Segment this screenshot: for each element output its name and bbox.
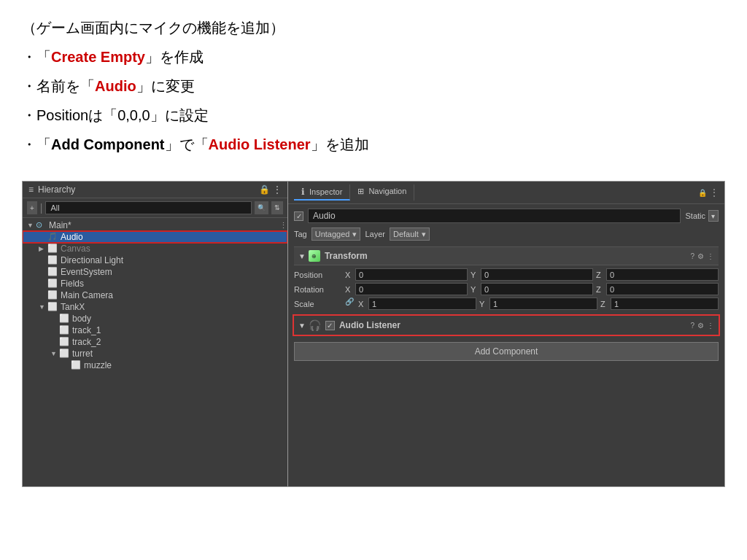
hierarchy-item-track2[interactable]: ⬜ track_2 [23,336,287,348]
cube-icon-muzzle: ⬜ [71,360,81,370]
instruction-create-empty: Create Empty [51,49,145,65]
instruction-audio: Audio [95,78,136,94]
transform-icon: ⊕ [309,250,320,262]
rotation-y-input[interactable] [481,283,593,295]
layer-dropdown-arrow: ▾ [422,230,426,239]
hierarchy-add-button[interactable]: + [27,201,37,214]
arrow-turret: ▼ [50,350,59,357]
hierarchy-item-eventsystem[interactable]: ⬜ EventSystem [23,266,287,278]
arrow-tankx: ▼ [39,303,47,311]
hierarchy-item-tankx[interactable]: ▼ ⬜ TankX [23,301,287,313]
add-component-button[interactable]: Add Component [294,342,719,361]
instruction-line3: ・Positionは「0,0,0」に設定 [22,102,725,128]
transform-component-header: ▼ ⊕ Transform ? ⚙ ⋮ [294,246,719,265]
inspector-header: ℹ Inspector ⊞ Navigation 🔒 ⋮ [288,182,724,204]
rotation-fields: X Y Z [345,283,719,295]
audio-listener-help-icon[interactable]: ? [690,322,694,330]
position-z-input[interactable] [606,268,719,281]
hierarchy-header-left: ≡ Hierarchy [28,184,75,195]
hierarchy-item-main[interactable]: ▼ ⊙ Main* ⋮ [23,219,287,231]
hierarchy-item-audio[interactable]: 🎵 Audio [23,231,287,243]
hierarchy-item-muzzle[interactable]: ⬜ muzzle [23,359,287,371]
hierarchy-item-tankx-label: TankX [61,302,85,312]
scale-x-input[interactable] [368,298,476,310]
hierarchy-item-dir-light-label: Directional Light [61,255,123,265]
hierarchy-header-icons: 🔒 ⋮ [259,184,282,195]
position-z-coord: Z [596,268,719,281]
hierarchy-sort-button[interactable]: ⇅ [271,201,283,214]
hierarchy-item-canvas[interactable]: ▶ ⬜ Canvas [23,243,287,254]
hierarchy-item-canvas-label: Canvas [61,244,90,254]
instruction-line1: ・「Create Empty」を作成 [22,44,725,70]
static-dropdown[interactable]: ▾ [708,210,719,222]
transform-settings-icon[interactable]: ⚙ [697,252,704,260]
position-x-input[interactable] [355,268,468,281]
audio-listener-header: ▼ 🎧 ✓ Audio Listener ? ⚙ ⋮ [294,316,719,335]
audio-listener-checkbox[interactable]: ✓ [325,321,335,330]
position-y-input[interactable] [481,268,593,281]
instructions-block: （ゲーム画面内にマイクの機能を追加） ・「Create Empty」を作成 ・名… [0,0,747,168]
hierarchy-search-input[interactable] [45,201,252,214]
hierarchy-divider: | [40,202,43,214]
static-label: Static [685,211,705,220]
instruction-audio-listener: Audio Listener [209,136,311,152]
inspector-header-right: 🔒 ⋮ [698,187,719,198]
scale-z-coord: Z [600,298,719,310]
hierarchy-item-main-camera[interactable]: ⬜ Main Camera [23,289,287,301]
hierarchy-item-fields[interactable]: ⬜ Fields [23,278,287,289]
audio-listener-title: Audio Listener [339,320,691,330]
rotation-y-label: Y [471,285,479,294]
inspector-icon: ℹ [301,187,305,197]
rotation-x-label: X [345,285,354,294]
instruction-line2: ・名前を「Audio」に変更 [22,73,725,99]
inspector-menu-icon[interactable]: ⋮ [710,187,719,198]
layer-label: Layer [365,230,385,238]
tab-inspector[interactable]: ℹ Inspector [294,184,350,201]
tag-dropdown[interactable]: Untagged ▾ [311,228,361,241]
tag-value: Untagged [315,230,350,238]
scale-fields: 🔗 X Y Z [345,298,719,310]
scale-link-icon: 🔗 [345,298,354,310]
hierarchy-item-track1[interactable]: ⬜ track_1 [23,324,287,336]
layer-dropdown[interactable]: Default ▾ [390,228,430,241]
scale-label: Scale [294,300,345,308]
tag-layer-row: Tag Untagged ▾ Layer Default ▾ [294,228,719,241]
scale-z-input[interactable] [611,298,719,310]
hierarchy-content: ▼ ⊙ Main* ⋮ 🎵 Audio ▶ ⬜ Canvas ⬜ Di [23,218,287,486]
transform-menu-icon[interactable]: ⋮ [707,252,714,260]
transform-help-icon[interactable]: ? [690,252,694,260]
audio-listener-settings-icon[interactable]: ⚙ [697,322,704,330]
hierarchy-item-main-label: Main* [49,220,71,230]
hierarchy-search-button[interactable]: 🔍 [255,201,268,214]
rotation-x-input[interactable] [355,283,468,295]
cube-icon-track2: ⬜ [59,337,69,347]
cube-icon-dir-light: ⬜ [47,255,58,265]
scale-y-input[interactable] [489,298,597,310]
tab-navigation[interactable]: ⊞ Navigation [350,184,414,201]
hierarchy-item-main-dots[interactable]: ⋮ [279,221,287,230]
hierarchy-item-turret[interactable]: ▼ ⬜ turret [23,348,287,359]
inspector-content: ✓ Static ▾ Tag Untagged ▾ Layer Default … [288,204,724,486]
object-name-field[interactable] [308,209,681,223]
hierarchy-item-directional-light[interactable]: ⬜ Directional Light [23,254,287,266]
instruction-add-component-text: Add Component [51,136,165,152]
hierarchy-item-body[interactable]: ⬜ body [23,313,287,324]
hierarchy-lock-icon: 🔒 [259,184,270,195]
rotation-z-label: Z [596,285,605,294]
audio-listener-menu-icon[interactable]: ⋮ [707,322,714,330]
transform-position-row: Position X Y Z [294,268,719,281]
rotation-z-input[interactable] [606,283,719,295]
hierarchy-dots-icon[interactable]: ⋮ [273,184,282,195]
transform-scale-row: Scale 🔗 X Y Z [294,298,719,310]
scene-icon-main: ⊙ [36,220,46,230]
scale-x-label: X [358,300,367,308]
hierarchy-item-track1-label: track_1 [72,325,101,335]
cube-icon-tankx: ⬜ [47,302,58,312]
transform-title: Transform [325,251,691,261]
cube-icon-fields: ⬜ [47,279,58,289]
unity-editor: ≡ Hierarchy 🔒 ⋮ + | 🔍 ⇅ ▼ ⊙ Main* ⋮ [22,181,725,487]
object-active-checkbox[interactable]: ✓ [294,211,303,221]
hierarchy-menu-icon: ≡ [28,184,34,195]
hierarchy-item-muzzle-label: muzzle [84,360,112,370]
instruction-line0: （ゲーム画面内にマイクの機能を追加） [22,15,725,41]
